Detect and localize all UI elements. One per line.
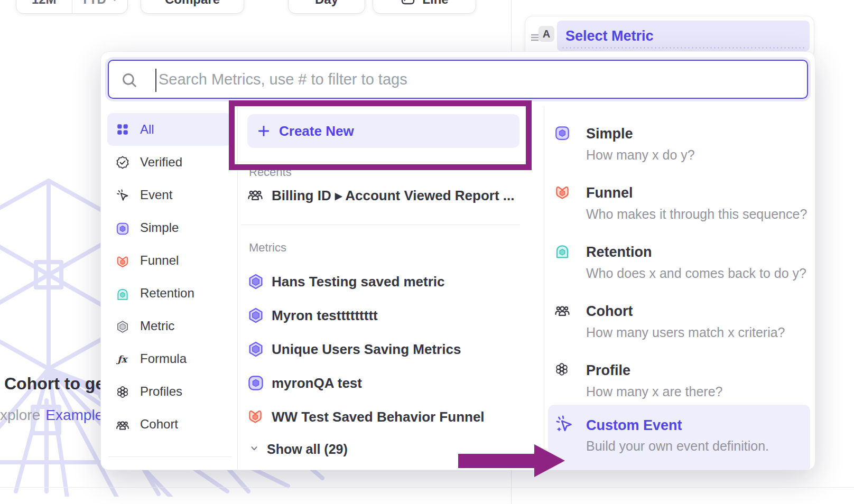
metric-type-desc: Who does x and comes back to do y? xyxy=(586,266,806,281)
app-root: Cohort to ge xploreExample R 12M YTD Com… xyxy=(0,0,854,504)
metric-type-title: Simple xyxy=(586,126,633,142)
sidebar-divider xyxy=(237,106,238,470)
metrics-section-label: Metrics xyxy=(249,241,286,255)
report-footer-divider xyxy=(0,487,854,488)
category-label: Profiles xyxy=(140,384,182,399)
metric-type-desc: Who makes it through this sequence? xyxy=(586,207,807,222)
simple-metric-icon xyxy=(554,125,573,144)
category-item-metric[interactable]: Metric xyxy=(107,310,231,342)
category-label: Simple xyxy=(140,220,179,235)
metric-type-cohort[interactable]: Cohort How many users match x criteria? xyxy=(548,301,810,353)
svg-text:ƒx: ƒx xyxy=(116,354,128,365)
metric-type-desc: How many x do y? xyxy=(586,147,695,163)
funnel-icon xyxy=(554,184,573,203)
simple-metric-icon xyxy=(116,221,129,235)
category-label: All xyxy=(140,122,154,137)
category-label: Cohort xyxy=(140,417,178,432)
category-label: Retention xyxy=(140,286,194,301)
metric-type-desc: How many x are there? xyxy=(586,384,722,399)
recent-item[interactable]: Billing ID ▸ Account Viewed Report ... xyxy=(247,183,522,208)
saved-metric-hexagon-icon xyxy=(247,307,264,324)
formula-icon: ƒx xyxy=(116,352,129,366)
profiles-icon xyxy=(554,362,573,381)
search-input[interactable] xyxy=(159,63,793,96)
category-item-event[interactable]: Event xyxy=(107,179,231,211)
metric-hexagon-icon xyxy=(116,319,129,333)
category-item-retention[interactable]: Retention xyxy=(107,277,231,310)
category-item-verified[interactable]: Verified xyxy=(107,146,231,179)
category-item-tags[interactable]: Tags xyxy=(107,464,231,470)
metric-type-desc: Build your own event definition. xyxy=(586,438,769,454)
chart-type-line-button[interactable]: Line xyxy=(373,0,476,14)
metric-type-desc: How many users match x criteria? xyxy=(586,325,785,340)
metric-type-title: Cohort xyxy=(586,303,633,320)
funnel-icon xyxy=(247,408,264,425)
onboarding-headline-fragment: Cohort to ge xyxy=(4,374,105,394)
metric-type-title: Retention xyxy=(586,244,652,260)
category-item-cohort[interactable]: Cohort xyxy=(107,408,231,441)
metric-item[interactable]: myronQA test xyxy=(247,370,522,396)
range-ytd-button[interactable]: YTD xyxy=(72,0,128,13)
chevron-down-icon xyxy=(110,0,119,7)
create-new-button[interactable]: Create New xyxy=(247,114,519,148)
plus-icon xyxy=(257,124,271,138)
metric-item-label: Hans Testing saved metric xyxy=(272,274,445,290)
select-metric-button[interactable]: Select Metric xyxy=(557,21,810,51)
types-divider xyxy=(544,106,544,470)
metric-type-custom-event[interactable]: Custom Event Build your own event defini… xyxy=(548,405,810,470)
category-list-divider xyxy=(108,456,232,457)
saved-metric-hexagon-icon xyxy=(247,273,264,290)
compare-button[interactable]: Compare xyxy=(141,0,244,14)
metric-item-label: Unique Users Saving Metrics xyxy=(272,341,461,358)
metric-item-label: WW Test Saved Behavior Funnel xyxy=(272,409,485,425)
category-item-simple[interactable]: Simple xyxy=(107,211,231,244)
metric-type-simple[interactable]: Simple How many x do y? xyxy=(548,123,810,176)
category-label: Verified xyxy=(140,155,182,170)
cohort-icon xyxy=(554,303,573,322)
line-chart-icon xyxy=(400,0,416,9)
metric-type-title: Profile xyxy=(586,362,630,379)
metric-type-title: Custom Event xyxy=(586,417,682,434)
category-label: Metric xyxy=(140,319,174,333)
metric-search-box xyxy=(108,60,808,99)
saved-board-metric-icon xyxy=(247,375,264,391)
series-a-badge: A xyxy=(539,26,554,42)
category-label: Funnel xyxy=(140,253,179,268)
metric-item[interactable]: Unique Users Saving Metrics xyxy=(247,337,522,362)
metric-picker-dropdown: AllVerifiedEventSimpleFunnelRetentionMet… xyxy=(100,51,815,470)
metric-type-funnel[interactable]: Funnel Who makes it through this sequenc… xyxy=(548,182,810,235)
cohort-icon xyxy=(247,187,264,204)
metric-type-title: Funnel xyxy=(586,185,633,201)
granularity-day-button[interactable]: Day xyxy=(288,0,365,14)
profiles-icon xyxy=(116,385,129,398)
retention-icon xyxy=(116,286,129,300)
category-item-funnel[interactable]: Funnel xyxy=(107,244,231,277)
metric-type-retention[interactable]: Retention Who does x and comes back to d… xyxy=(548,241,810,294)
saved-metric-hexagon-icon xyxy=(247,341,264,358)
recent-item-label: Billing ID ▸ Account Viewed Report ... xyxy=(272,188,514,204)
recents-metrics-divider xyxy=(241,225,520,225)
metric-item-label: myronQA test xyxy=(272,375,362,391)
explore-hint-prefix: xplore xyxy=(0,407,40,423)
show-all-button[interactable]: Show all (29) xyxy=(249,442,348,457)
grid-icon xyxy=(116,123,129,136)
metric-item[interactable]: WW Test Saved Behavior Funnel xyxy=(247,404,522,430)
date-range-segmented-control: 12M YTD xyxy=(16,0,128,14)
metric-item-label: Myron testtttttttt xyxy=(272,307,378,324)
funnel-icon xyxy=(116,254,129,267)
category-item-formula[interactable]: ƒxFormula xyxy=(107,342,231,375)
category-label: Formula xyxy=(140,351,187,366)
category-label: Event xyxy=(140,188,172,202)
chevron-down-icon xyxy=(249,443,259,456)
range-12m-button[interactable]: 12M xyxy=(16,0,72,13)
recents-section-label: Recents xyxy=(249,165,292,179)
category-item-all[interactable]: All xyxy=(107,113,231,146)
cohort-icon xyxy=(116,417,129,431)
custom-event-icon xyxy=(554,414,573,433)
retention-icon xyxy=(554,244,573,263)
metric-item[interactable]: Hans Testing saved metric xyxy=(247,269,522,294)
search-icon xyxy=(120,71,138,91)
text-caret xyxy=(155,69,156,92)
metric-item[interactable]: Myron testtttttttt xyxy=(247,303,522,328)
category-item-profiles[interactable]: Profiles xyxy=(107,375,231,408)
